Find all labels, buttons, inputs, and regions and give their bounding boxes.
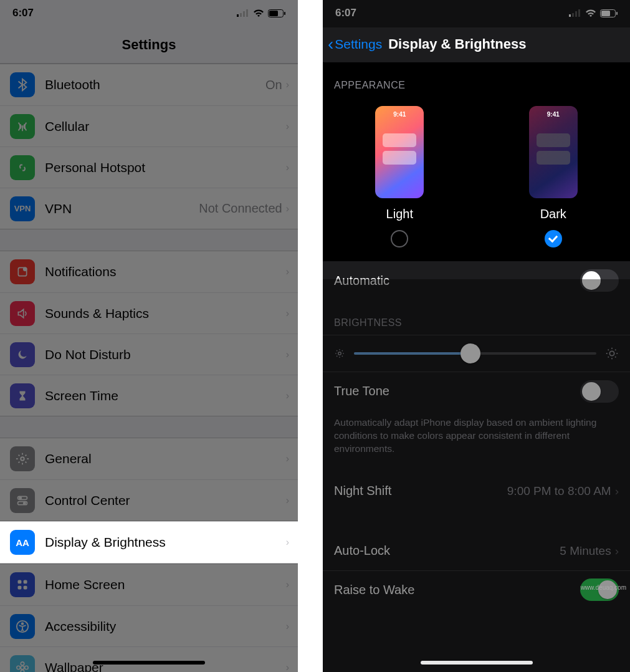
label: Accessibility [45,619,286,634]
svg-rect-25 [569,14,571,17]
row-accessibility[interactable]: Accessibility › [0,605,298,646]
svg-rect-28 [578,9,580,17]
row-home-screen[interactable]: Home Screen › [0,564,298,605]
row-sounds-haptics[interactable]: Sounds & Haptics › [0,292,298,334]
svg-rect-15 [24,580,27,584]
label: Auto-Lock [334,544,390,558]
chevron-right-icon: › [286,162,289,173]
slider-thumb[interactable] [461,343,480,363]
accessibility-icon [10,614,35,639]
svg-rect-17 [24,586,27,590]
svg-rect-6 [284,12,285,15]
section-brightness: BRIGHTNESS [323,300,630,335]
row-control-center[interactable]: Control Center › [0,479,298,521]
dark-label: Dark [540,207,566,221]
detail: Not Connected [199,201,282,216]
light-label: Light [386,207,413,221]
row-true-tone[interactable]: True Tone [323,372,630,410]
dark-preview: 9:41 [529,106,578,198]
page-title: Display & Brightness [388,36,526,52]
svg-point-20 [21,666,24,670]
chevron-right-icon: › [286,390,289,401]
label: Display & Brightness [45,535,286,550]
svg-rect-5 [269,11,278,16]
svg-point-32 [338,352,341,355]
row-vpn[interactable]: VPN VPN Not Connected › [0,188,298,229]
chevron-right-icon: › [286,121,289,132]
hourglass-icon [10,383,35,408]
label: Personal Hotspot [45,160,286,175]
slider-fill [354,352,470,355]
row-wallpaper[interactable]: Wallpaper › [0,646,298,672]
row-personal-hotspot[interactable]: Personal Hotspot › [0,146,298,188]
svg-point-19 [22,623,24,625]
svg-rect-2 [243,11,245,17]
cellular-icon [569,9,581,17]
label: VPN [45,201,199,216]
radio-checked-icon[interactable] [545,230,562,247]
row-cellular[interactable]: Cellular › [0,105,298,146]
chevron-right-icon: › [286,453,289,464]
svg-point-11 [19,497,21,499]
status-time: 6:07 [12,7,34,19]
speaker-icon [10,301,35,326]
row-bluetooth[interactable]: Bluetooth On › [0,64,298,105]
chevron-right-icon: › [286,662,289,673]
back-button[interactable]: ‹ Settings [328,36,382,53]
vpn-icon: VPN [10,196,35,221]
row-do-not-disturb[interactable]: Do Not Disturb › [0,334,298,375]
label: Notifications [45,264,286,279]
row-notifications[interactable]: Notifications › [0,251,298,292]
chevron-right-icon: › [286,537,289,548]
home-indicator[interactable] [421,661,533,665]
svg-rect-16 [18,586,22,590]
theme-dark-option[interactable]: 9:41 Dark [529,106,578,247]
svg-rect-3 [246,9,248,17]
row-night-shift[interactable]: Night Shift 9:00 PM to 8:00 AM› [323,472,630,511]
row-auto-lock[interactable]: Auto-Lock 5 Minutes› [323,532,630,570]
chevron-right-icon: › [286,621,289,632]
row-screen-time[interactable]: Screen Time › [0,375,298,416]
svg-rect-26 [572,13,574,17]
label: Screen Time [45,388,286,403]
back-label: Settings [335,37,382,52]
row-display-brightness[interactable]: AA Display & Brightness › [0,522,298,563]
chevron-right-icon: › [615,544,619,558]
label: Night Shift [334,484,391,498]
toggle-off[interactable] [580,269,619,292]
sun-small-icon [334,348,345,359]
brightness-slider[interactable] [323,335,630,372]
svg-point-9 [21,457,24,461]
row-automatic[interactable]: Automatic [323,261,630,300]
svg-rect-27 [575,11,577,17]
theme-light-option[interactable]: 9:41 Light [375,106,424,247]
svg-rect-30 [601,11,610,16]
label: Home Screen [45,577,286,592]
true-tone-note: Automatically adapt iPhone display based… [323,410,630,472]
notifications-icon [10,259,35,284]
radio-unchecked-icon[interactable] [391,230,408,247]
home-indicator[interactable] [93,661,205,665]
label: Do Not Disturb [45,347,286,362]
preview-time: 9:41 [529,111,578,118]
grid-icon [10,572,35,597]
preview-time: 9:41 [375,111,424,118]
label: Control Center [45,493,286,508]
battery-icon [268,9,285,17]
label: Cellular [45,119,286,134]
moon-icon [10,342,35,367]
chevron-right-icon: › [615,484,619,498]
svg-point-13 [24,502,26,504]
chevron-right-icon: › [286,266,289,277]
antenna-icon [10,114,35,139]
chevron-right-icon: › [286,203,289,214]
page-title: Settings [0,26,298,64]
section-appearance: APPEARANCE [323,62,630,97]
slider-track[interactable] [354,352,596,355]
toggle-off[interactable] [580,380,619,403]
svg-point-33 [609,351,614,355]
label: General [45,451,286,466]
label: True Tone [334,384,389,398]
chevron-right-icon: › [286,495,289,506]
row-general[interactable]: General › [0,438,298,479]
